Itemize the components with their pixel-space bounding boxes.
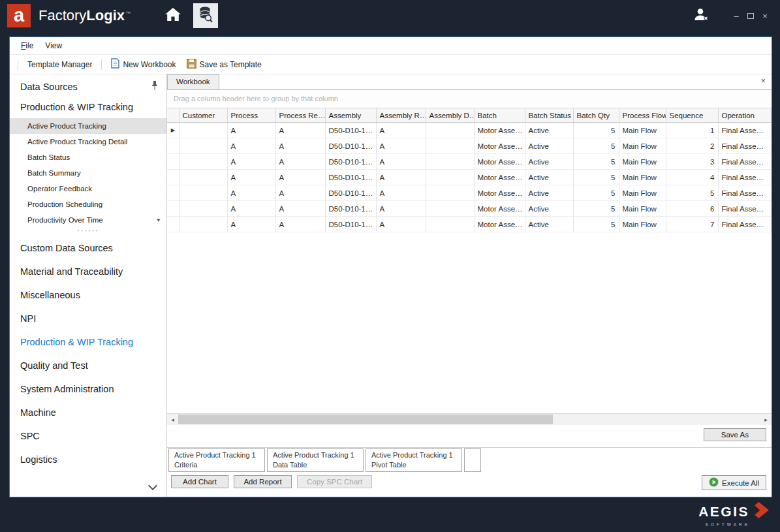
cell: A <box>275 185 325 201</box>
table-row[interactable]: AAD50-D10-1…AMotor Asse…Active5Main Flow… <box>167 185 772 201</box>
sidebar-category-system-administration[interactable]: System Administration <box>10 377 166 401</box>
column-header-batch-qty[interactable]: Batch Qty <box>573 108 619 123</box>
column-header-process[interactable]: Process <box>227 108 275 123</box>
data-grid: CustomerProcessProcess Re…AssemblyAssemb… <box>167 108 772 413</box>
cell: A <box>275 217 325 232</box>
sidebar-category-production-wip-tracking[interactable]: Production & WIP Tracking <box>10 330 166 354</box>
table-row[interactable]: AAD50-D10-1…AMotor Asse…Active5Main Flow… <box>167 217 772 232</box>
sidebar-item-active-product-tracking[interactable]: Active Product Tracking <box>10 118 166 134</box>
bottom-tab-data-table[interactable]: Active Product Tracking 1Data Table <box>267 448 364 472</box>
table-row[interactable]: AAD50-D10-1…AMotor Asse…Active5Main Flow… <box>167 138 772 154</box>
column-header-batch[interactable]: Batch <box>474 108 525 123</box>
scroll-left-arrow[interactable]: ◂ <box>167 414 178 425</box>
cell <box>179 201 227 217</box>
close-icon[interactable]: × <box>760 76 766 86</box>
column-header-assembly-r[interactable]: Assembly R… <box>376 108 426 123</box>
bottom-tab-stub[interactable] <box>464 448 481 472</box>
horizontal-scrollbar[interactable]: ◂ ▸ <box>167 413 772 425</box>
template-manager-button[interactable]: Template Manager <box>22 58 97 71</box>
row-indicator <box>167 138 179 154</box>
pin-button[interactable] <box>151 81 159 92</box>
save-as-button[interactable]: Save As <box>704 428 766 441</box>
sidebar-item-operator-feedback[interactable]: Operator Feedback <box>10 181 166 196</box>
table-row[interactable]: AAD50-D10-1…AMotor Asse…Active5Main Flow… <box>167 154 772 170</box>
new-workbook-button[interactable]: New Workbook <box>106 56 181 72</box>
column-header-process-re[interactable]: Process Re… <box>275 108 325 123</box>
cell: A <box>227 170 275 185</box>
cell: A <box>275 123 325 138</box>
table-row[interactable]: AAD50-D10-1…AMotor Asse…Active5Main Flow… <box>167 170 772 185</box>
user-signout-icon <box>693 7 710 24</box>
cell <box>426 201 474 217</box>
sidebar-category-custom-data-sources[interactable]: Custom Data Sources <box>10 236 166 260</box>
row-indicator <box>167 185 179 201</box>
scrollbar-thumb[interactable] <box>178 415 553 424</box>
bottom-tab-pivot-table[interactable]: Active Product Tracking 1Pivot Table <box>366 448 462 472</box>
column-header-batch-status[interactable]: Batch Status <box>525 108 573 123</box>
cell: A <box>376 170 426 185</box>
tab-workbook[interactable]: Workbook <box>167 74 219 89</box>
scroll-right-arrow[interactable]: ▸ <box>760 414 772 425</box>
sidebar-category-spc[interactable]: SPC <box>10 424 166 448</box>
sidebar-item-batch-summary[interactable]: Batch Summary <box>10 165 166 181</box>
cell: Motor Asse… <box>474 154 525 170</box>
minimize-button[interactable]: – <box>729 12 743 20</box>
cell: Main Flow <box>619 170 666 185</box>
sidebar-item-batch-status[interactable]: Batch Status <box>10 149 166 165</box>
column-header-operation[interactable]: Operation <box>718 108 772 123</box>
row-indicator-header <box>167 108 179 123</box>
sidebar-category-material-and-traceability[interactable]: Material and Traceability <box>10 260 166 283</box>
cell: Motor Asse… <box>474 217 525 232</box>
cell <box>179 154 227 170</box>
sidebar-item-productivity-over-time[interactable]: Productivity Over Time▾ <box>10 212 166 228</box>
table-row[interactable]: ▶AAD50-D10-1…AMotor Asse…Active5Main Flo… <box>167 123 772 138</box>
home-icon <box>165 8 181 24</box>
cell: A <box>376 154 426 170</box>
copy-spc-chart-button[interactable]: Copy SPC Chart <box>297 475 372 488</box>
cell: D50-D10-1… <box>325 201 376 217</box>
column-header-process-flow[interactable]: Process Flow <box>619 108 666 123</box>
column-header-customer[interactable]: Customer <box>179 108 227 123</box>
home-button[interactable] <box>161 3 185 28</box>
cell: 5 <box>573 138 619 154</box>
column-header-sequence[interactable]: Sequence <box>666 108 718 123</box>
column-header-assembly-d[interactable]: Assembly D… <box>426 108 474 123</box>
sidebar-expanded-group-title[interactable]: Production & WIP Tracking <box>10 96 166 118</box>
add-chart-button[interactable]: Add Chart <box>171 475 228 488</box>
sidebar-category-quality-and-test[interactable]: Quality and Test <box>10 354 166 377</box>
cell: D50-D10-1… <box>325 185 376 201</box>
menu-file[interactable]: File <box>15 39 39 52</box>
cell: D50-D10-1… <box>325 217 376 232</box>
user-signout-button[interactable] <box>689 3 713 28</box>
column-header-assembly[interactable]: Assembly <box>325 108 376 123</box>
cell: D50-D10-1… <box>325 170 376 185</box>
cell: Final Asse… <box>718 154 772 170</box>
sidebar-category-machine[interactable]: Machine <box>10 401 166 424</box>
row-indicator <box>167 217 179 232</box>
footer: AEGIS SOFTWARE <box>0 496 780 532</box>
group-by-dropzone[interactable]: Drag a column header here to group by th… <box>167 90 772 108</box>
data-table: CustomerProcessProcess Re…AssemblyAssemb… <box>167 108 772 232</box>
sidebar-category-logistics[interactable]: Logistics <box>10 448 166 471</box>
data-explorer-button[interactable] <box>193 3 218 28</box>
bottom-tab-line1: Active Product Tracking 1 <box>273 450 356 460</box>
cell: Final Asse… <box>718 185 772 201</box>
sidebar-category-npi[interactable]: NPI <box>10 307 166 330</box>
aegis-brand: AEGIS SOFTWARE <box>698 501 770 527</box>
save-as-template-button[interactable]: Save as Template <box>181 57 267 72</box>
sidebar-item-active-product-tracking-detail[interactable]: Active Product Tracking Detail <box>10 134 166 149</box>
scroll-down-arrow-icon[interactable]: ▾ <box>157 212 160 228</box>
maximize-button[interactable] <box>743 12 758 20</box>
bottom-tab-criteria[interactable]: Active Product Tracking 1Criteria <box>168 448 265 472</box>
menu-view[interactable]: View <box>39 39 68 52</box>
bottom-tabs: Active Product Tracking 1CriteriaActive … <box>167 448 772 473</box>
sidebar-item-production-scheduling[interactable]: Production Scheduling <box>10 196 166 212</box>
execute-all-button[interactable]: Execute All <box>702 475 766 490</box>
chevron-down-icon[interactable] <box>148 481 157 490</box>
row-indicator <box>167 154 179 170</box>
app-logo-letter: a <box>14 6 24 25</box>
add-report-button[interactable]: Add Report <box>234 475 291 488</box>
table-row[interactable]: AAD50-D10-1…AMotor Asse…Active5Main Flow… <box>167 201 772 217</box>
close-button[interactable]: × <box>758 12 772 20</box>
sidebar-category-miscellaneous[interactable]: Miscellaneous <box>10 283 166 307</box>
